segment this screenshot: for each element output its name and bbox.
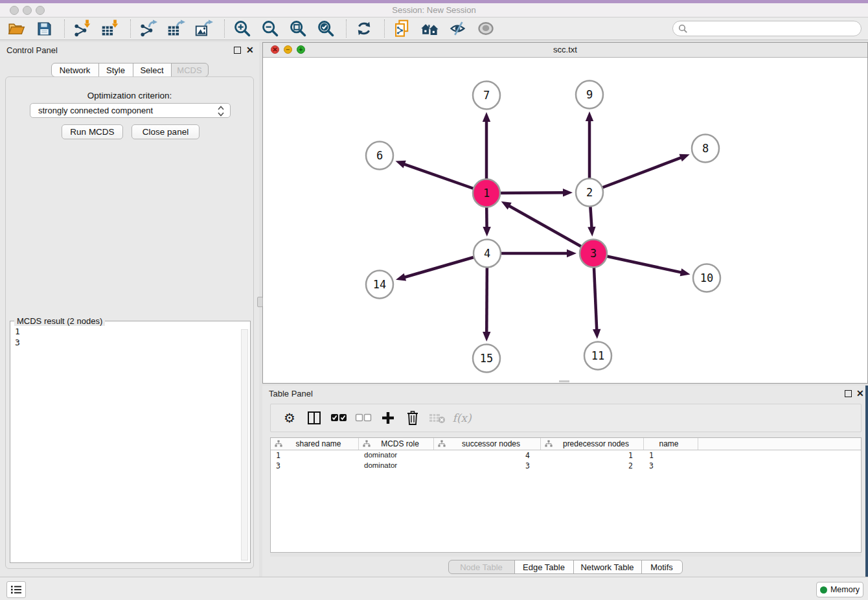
graph-node-label-8: 8 xyxy=(702,142,709,155)
criterion-value: strongly connected component xyxy=(38,106,153,115)
delete-column-icon[interactable] xyxy=(404,410,421,426)
network-canvas[interactable]: 7968124314101511 xyxy=(263,58,867,383)
column-header-name[interactable]: name xyxy=(644,438,698,450)
network-scroll-grip[interactable] xyxy=(559,380,569,382)
graph-node-label-9: 9 xyxy=(586,88,593,101)
save-session-icon[interactable] xyxy=(34,19,54,38)
float-table-panel-icon[interactable] xyxy=(845,390,852,397)
tab-edge-table[interactable]: Edge Table xyxy=(514,560,574,574)
export-image-icon[interactable] xyxy=(194,19,214,38)
graph-node-label-10: 10 xyxy=(700,271,713,284)
edge-arrow-1-7 xyxy=(483,112,490,122)
import-table-icon[interactable] xyxy=(100,19,120,38)
cell[interactable]: 4 xyxy=(434,450,541,461)
cell[interactable]: 3 xyxy=(271,461,359,471)
node-table: shared nameMCDS rolesuccessor nodesprede… xyxy=(270,437,862,553)
zoom-in-icon[interactable] xyxy=(233,19,252,38)
edge-arrow-2-3 xyxy=(588,227,595,237)
home-icon[interactable] xyxy=(420,19,440,38)
cell[interactable]: 2 xyxy=(541,461,644,471)
toolbar-separator xyxy=(64,19,65,38)
add-column-icon[interactable] xyxy=(380,410,396,426)
search-box xyxy=(672,21,862,36)
zoom-fit-icon[interactable] xyxy=(288,19,308,38)
run-mcds-button[interactable]: Run MCDS xyxy=(62,124,123,139)
task-history-button[interactable] xyxy=(6,581,26,598)
table-bottom-strip xyxy=(270,553,862,557)
function-builder-icon[interactable]: f(x) xyxy=(453,410,470,426)
result-scrollbar[interactable] xyxy=(241,329,248,560)
window-title: Session: New Session xyxy=(0,5,868,15)
table-panel-title: Table Panel xyxy=(269,389,313,398)
tab-select[interactable]: Select xyxy=(133,63,172,77)
column-header-shared-name[interactable]: shared name xyxy=(271,438,359,450)
criterion-dropdown[interactable]: strongly connected component xyxy=(30,103,231,118)
cell[interactable]: dominator xyxy=(359,461,434,471)
zoom-out-icon[interactable] xyxy=(260,19,280,38)
tab-node-table[interactable]: Node Table xyxy=(448,560,515,574)
edge-arrow-3-10 xyxy=(680,268,691,276)
graph-node-label-2: 2 xyxy=(586,186,593,199)
delete-table-icon[interactable] xyxy=(429,410,446,426)
cell[interactable]: 1 xyxy=(541,450,644,461)
deselect-all-icon[interactable] xyxy=(355,410,372,426)
show-eye-icon[interactable] xyxy=(476,19,496,38)
node-table-header: shared nameMCDS rolesuccessor nodesprede… xyxy=(271,438,861,450)
clone-network-icon[interactable] xyxy=(393,19,412,38)
close-panel-button[interactable]: Close panel xyxy=(131,124,200,139)
cell[interactable]: 3 xyxy=(434,461,541,471)
edge-arrow-4-15 xyxy=(483,332,490,341)
edge-arrow-1-4 xyxy=(483,227,490,237)
table-row[interactable]: 3dominator323 xyxy=(271,461,861,471)
tab-mcds[interactable]: MCDS xyxy=(171,63,209,77)
desktop-edge xyxy=(865,386,868,581)
column-header-predecessor-nodes[interactable]: predecessor nodes xyxy=(541,438,644,450)
gear-icon[interactable]: ⚙ xyxy=(281,410,298,426)
close-table-panel-icon[interactable]: ✕ xyxy=(856,388,864,398)
edge-arrow-1-2 xyxy=(563,189,573,196)
column-header-MCDS-role[interactable]: MCDS role xyxy=(359,438,434,450)
control-panel-title: Control Panel xyxy=(6,45,58,55)
export-table-icon[interactable] xyxy=(166,19,186,38)
columns-icon[interactable] xyxy=(306,410,323,426)
toolbar-separator xyxy=(224,19,225,38)
refresh-icon[interactable] xyxy=(354,19,374,38)
hide-eye-icon[interactable] xyxy=(448,19,468,38)
graph-node-label-1: 1 xyxy=(483,187,490,200)
tab-network-table[interactable]: Network Table xyxy=(573,560,642,574)
close-panel-icon[interactable]: ✕ xyxy=(246,45,254,55)
splitter-grip[interactable] xyxy=(257,297,263,307)
select-all-icon[interactable] xyxy=(330,410,347,426)
search-input[interactable] xyxy=(691,24,853,34)
toolbar-separator xyxy=(384,19,385,38)
control-panel-tabs: NetworkStyleSelectMCDS xyxy=(0,63,259,77)
float-panel-icon[interactable] xyxy=(234,47,241,54)
optimization-criterion-label: Optimization criterion: xyxy=(6,91,253,100)
column-header-successor-nodes[interactable]: successor nodes xyxy=(434,438,541,450)
edge-3-1[interactable] xyxy=(507,205,593,253)
network-window-titlebar[interactable]: ✕ − + scc.txt xyxy=(263,43,867,58)
toolbar-separator xyxy=(346,19,347,38)
tab-network[interactable]: Network xyxy=(51,63,99,77)
graph-node-label-3: 3 xyxy=(590,247,597,260)
cell[interactable]: 3 xyxy=(644,461,698,471)
export-network-icon[interactable] xyxy=(139,19,158,38)
memory-button[interactable]: Memory xyxy=(816,582,863,597)
import-network-icon[interactable] xyxy=(73,19,92,38)
graph-node-label-11: 11 xyxy=(591,349,604,362)
tab-style[interactable]: Style xyxy=(98,63,133,77)
dropdown-arrows-icon xyxy=(218,106,224,117)
edge-arrow-3-11 xyxy=(593,329,600,339)
tab-motifs[interactable]: Motifs xyxy=(641,560,683,574)
table-row[interactable]: 1dominator411 xyxy=(271,450,861,461)
control-panel-header: Control Panel ✕ xyxy=(0,42,259,59)
mcds-result-text[interactable]: 1 3 xyxy=(15,326,20,348)
cell[interactable]: 1 xyxy=(644,450,698,461)
edge-2-8[interactable] xyxy=(589,157,683,192)
cell[interactable]: dominator xyxy=(359,450,434,461)
cell[interactable]: 1 xyxy=(271,450,359,461)
mcds-panel: Optimization criterion: strongly connect… xyxy=(5,76,254,569)
open-session-icon[interactable] xyxy=(6,19,26,38)
edge-arrow-2-9 xyxy=(586,111,593,121)
zoom-selected-icon[interactable] xyxy=(316,19,336,38)
